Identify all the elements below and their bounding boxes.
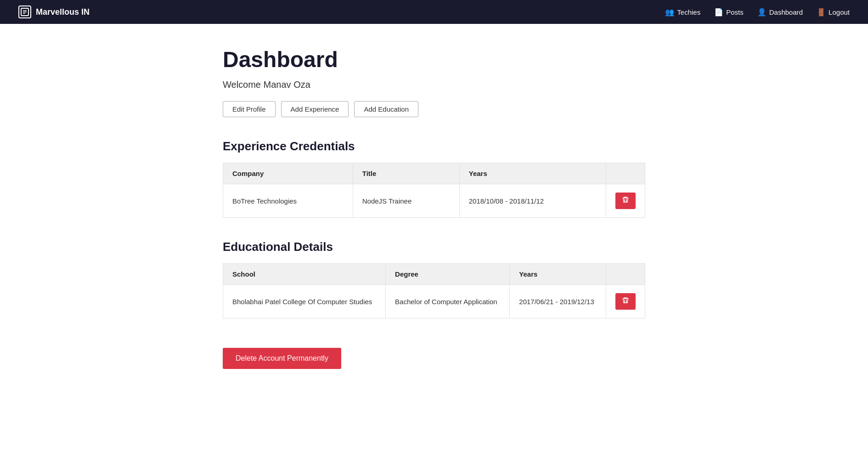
table-row: Bholabhai Patel College Of Computer Stud… xyxy=(223,285,645,318)
education-degree: Bachelor of Computer Application xyxy=(386,285,510,318)
dashboard-icon: 👤 xyxy=(757,8,767,17)
education-table: School Degree Years Bholabhai Patel Coll… xyxy=(223,263,645,318)
experience-col-years: Years xyxy=(459,163,606,184)
education-col-action xyxy=(606,264,645,285)
education-table-header-row: School Degree Years xyxy=(223,264,645,285)
nav-item-techies[interactable]: 👥 Techies xyxy=(665,8,700,17)
add-education-button[interactable]: Add Education xyxy=(354,101,418,117)
experience-section: Experience Credentials Company Title Yea… xyxy=(223,139,645,218)
trash-icon xyxy=(622,297,629,306)
education-years: 2017/06/21 - 2019/12/13 xyxy=(510,285,606,318)
experience-delete-button[interactable] xyxy=(615,193,636,209)
education-school: Bholabhai Patel College Of Computer Stud… xyxy=(223,285,386,318)
brand-icon xyxy=(18,6,31,18)
experience-table: Company Title Years BoTree Technologies … xyxy=(223,163,645,218)
edit-profile-button[interactable]: Edit Profile xyxy=(223,101,276,117)
experience-col-title: Title xyxy=(353,163,459,184)
education-delete-button[interactable] xyxy=(615,293,636,310)
experience-delete-cell xyxy=(606,184,645,218)
action-buttons: Edit Profile Add Experience Add Educatio… xyxy=(223,101,645,117)
education-section: Educational Details School Degree Years … xyxy=(223,240,645,318)
education-delete-cell xyxy=(606,285,645,318)
nav-label-techies: Techies xyxy=(677,8,700,16)
welcome-text: Welcome Manav Oza xyxy=(223,79,645,90)
table-row: BoTree Technologies NodeJS Trainee 2018/… xyxy=(223,184,645,218)
add-experience-button[interactable]: Add Experience xyxy=(281,101,349,117)
nav-item-dashboard[interactable]: 👤 Dashboard xyxy=(757,8,803,17)
nav-label-posts: Posts xyxy=(726,8,744,16)
brand[interactable]: Marvellous IN xyxy=(18,6,90,18)
delete-account-button[interactable]: Delete Account Permanently xyxy=(223,348,341,369)
education-col-school: School xyxy=(223,264,386,285)
nav-item-logout[interactable]: 🚪 Logout xyxy=(817,8,850,17)
experience-table-header-row: Company Title Years xyxy=(223,163,645,184)
experience-col-company: Company xyxy=(223,163,353,184)
techies-icon: 👥 xyxy=(665,8,674,17)
education-col-years: Years xyxy=(510,264,606,285)
education-section-title: Educational Details xyxy=(223,240,645,254)
posts-icon: 📄 xyxy=(714,8,723,17)
nav-item-posts[interactable]: 📄 Posts xyxy=(714,8,744,17)
nav-label-dashboard: Dashboard xyxy=(769,8,803,16)
page-title: Dashboard xyxy=(223,47,645,72)
trash-icon xyxy=(622,196,629,205)
main-content: Dashboard Welcome Manav Oza Edit Profile… xyxy=(204,24,664,392)
experience-company: BoTree Technologies xyxy=(223,184,353,218)
experience-col-action xyxy=(606,163,645,184)
navbar: Marvellous IN 👥 Techies 📄 Posts 👤 Dashbo… xyxy=(0,0,868,24)
nav-label-logout: Logout xyxy=(829,8,850,16)
experience-title: NodeJS Trainee xyxy=(353,184,459,218)
brand-label: Marvellous IN xyxy=(36,7,90,17)
experience-years: 2018/10/08 - 2018/11/12 xyxy=(459,184,606,218)
experience-section-title: Experience Credentials xyxy=(223,139,645,153)
navbar-nav: 👥 Techies 📄 Posts 👤 Dashboard 🚪 Logout xyxy=(665,8,850,17)
education-col-degree: Degree xyxy=(386,264,510,285)
logout-icon: 🚪 xyxy=(817,8,826,17)
